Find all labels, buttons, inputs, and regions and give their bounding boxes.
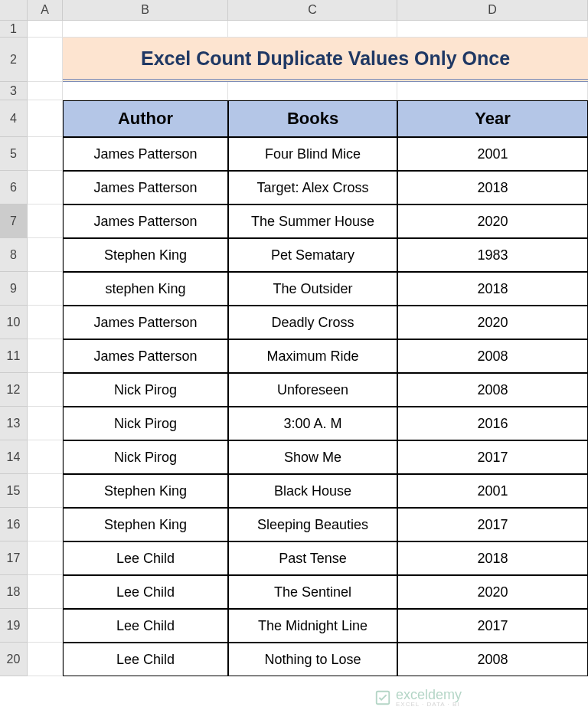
row-header-20[interactable]: 20 — [0, 643, 28, 676]
cell-book-15[interactable]: Black House — [228, 474, 397, 508]
cell-author-9[interactable]: stephen King — [63, 272, 228, 306]
cell-a15[interactable] — [28, 474, 63, 508]
cell-year-9[interactable]: 2018 — [397, 272, 588, 306]
cell-year-11[interactable]: 2008 — [397, 339, 588, 373]
row-header-8[interactable]: 8 — [0, 238, 28, 272]
cell-book-7[interactable]: The Summer House — [228, 204, 397, 238]
cell-book-13[interactable]: 3:00 A. M — [228, 407, 397, 440]
cell-year-14[interactable]: 2017 — [397, 440, 588, 474]
cell-d1[interactable] — [397, 21, 588, 38]
cell-a20[interactable] — [28, 643, 63, 676]
cell-a12[interactable] — [28, 373, 63, 407]
cell-a13[interactable] — [28, 407, 63, 440]
cell-year-17[interactable]: 2018 — [397, 541, 588, 575]
cell-a18[interactable] — [28, 575, 63, 609]
cell-a8[interactable] — [28, 238, 63, 272]
cell-author-10[interactable]: James Patterson — [63, 306, 228, 339]
cell-author-12[interactable]: Nick Pirog — [63, 373, 228, 407]
cell-book-10[interactable]: Deadly Cross — [228, 306, 397, 339]
cell-a4[interactable] — [28, 100, 63, 137]
row-header-3[interactable]: 3 — [0, 82, 28, 100]
cell-year-13[interactable]: 2016 — [397, 407, 588, 440]
row-header-2[interactable]: 2 — [0, 38, 28, 82]
cell-author-7[interactable]: James Patterson — [63, 204, 228, 238]
cell-author-18[interactable]: Lee Child — [63, 575, 228, 609]
row-header-1[interactable]: 1 — [0, 21, 28, 38]
cell-year-6[interactable]: 2018 — [397, 171, 588, 204]
cell-a7[interactable] — [28, 204, 63, 238]
row-header-15[interactable]: 15 — [0, 474, 28, 508]
cell-book-9[interactable]: The Outsider — [228, 272, 397, 306]
cell-a2[interactable] — [28, 38, 63, 82]
cell-book-20[interactable]: Nothing to Lose — [228, 643, 397, 676]
cell-a19[interactable] — [28, 609, 63, 643]
row-header-7[interactable]: 7 — [0, 204, 28, 238]
cell-author-8[interactable]: Stephen King — [63, 238, 228, 272]
row-header-9[interactable]: 9 — [0, 272, 28, 306]
row-header-16[interactable]: 16 — [0, 508, 28, 541]
cell-book-14[interactable]: Show Me — [228, 440, 397, 474]
col-header-a[interactable]: A — [28, 0, 63, 20]
cell-a14[interactable] — [28, 440, 63, 474]
cell-year-20[interactable]: 2008 — [397, 643, 588, 676]
cell-a11[interactable] — [28, 339, 63, 373]
cell-year-12[interactable]: 2008 — [397, 373, 588, 407]
cell-b3[interactable] — [63, 82, 228, 100]
row-header-14[interactable]: 14 — [0, 440, 28, 474]
header-author[interactable]: Author — [63, 100, 228, 137]
title-cell[interactable]: Excel Count Duplicate Values Only Once — [63, 38, 588, 82]
row-header-10[interactable]: 10 — [0, 306, 28, 339]
cell-author-20[interactable]: Lee Child — [63, 643, 228, 676]
cell-book-11[interactable]: Maximum Ride — [228, 339, 397, 373]
cell-author-17[interactable]: Lee Child — [63, 541, 228, 575]
cell-author-15[interactable]: Stephen King — [63, 474, 228, 508]
cell-c1[interactable] — [228, 21, 397, 38]
cell-a17[interactable] — [28, 541, 63, 575]
cell-a9[interactable] — [28, 272, 63, 306]
cell-author-19[interactable]: Lee Child — [63, 609, 228, 643]
cell-a5[interactable] — [28, 137, 63, 171]
header-year[interactable]: Year — [397, 100, 588, 137]
row-header-4[interactable]: 4 — [0, 100, 28, 137]
cell-year-18[interactable]: 2020 — [397, 575, 588, 609]
cell-a10[interactable] — [28, 306, 63, 339]
row-header-6[interactable]: 6 — [0, 171, 28, 204]
cell-book-8[interactable]: Pet Sematary — [228, 238, 397, 272]
cell-author-16[interactable]: Stephen King — [63, 508, 228, 541]
cell-year-7[interactable]: 2020 — [397, 204, 588, 238]
row-header-13[interactable]: 13 — [0, 407, 28, 440]
col-header-d[interactable]: D — [397, 0, 588, 20]
cell-author-5[interactable]: James Patterson — [63, 137, 228, 171]
cell-author-13[interactable]: Nick Pirog — [63, 407, 228, 440]
cell-book-16[interactable]: Sleeping Beauties — [228, 508, 397, 541]
col-header-b[interactable]: B — [63, 0, 228, 20]
row-header-17[interactable]: 17 — [0, 541, 28, 575]
cell-year-8[interactable]: 1983 — [397, 238, 588, 272]
cell-year-15[interactable]: 2001 — [397, 474, 588, 508]
cell-book-5[interactable]: Four Blind Mice — [228, 137, 397, 171]
cell-a6[interactable] — [28, 171, 63, 204]
cell-author-14[interactable]: Nick Pirog — [63, 440, 228, 474]
row-header-12[interactable]: 12 — [0, 373, 28, 407]
row-header-5[interactable]: 5 — [0, 137, 28, 171]
cell-c3[interactable] — [228, 82, 397, 100]
col-header-c[interactable]: C — [228, 0, 397, 20]
cell-book-19[interactable]: The Midnight Line — [228, 609, 397, 643]
cell-year-19[interactable]: 2017 — [397, 609, 588, 643]
cell-a1[interactable] — [28, 21, 63, 38]
cell-book-18[interactable]: The Sentinel — [228, 575, 397, 609]
cell-book-12[interactable]: Unforeseen — [228, 373, 397, 407]
cell-d3[interactable] — [397, 82, 588, 100]
cell-year-5[interactable]: 2001 — [397, 137, 588, 171]
row-header-18[interactable]: 18 — [0, 575, 28, 609]
row-header-11[interactable]: 11 — [0, 339, 28, 373]
cell-a16[interactable] — [28, 508, 63, 541]
header-books[interactable]: Books — [228, 100, 397, 137]
select-all-corner[interactable] — [0, 0, 28, 20]
cell-book-17[interactable]: Past Tense — [228, 541, 397, 575]
cell-b1[interactable] — [63, 21, 228, 38]
cell-author-11[interactable]: James Patterson — [63, 339, 228, 373]
cell-year-16[interactable]: 2017 — [397, 508, 588, 541]
cell-book-6[interactable]: Target: Alex Cross — [228, 171, 397, 204]
cell-a3[interactable] — [28, 82, 63, 100]
